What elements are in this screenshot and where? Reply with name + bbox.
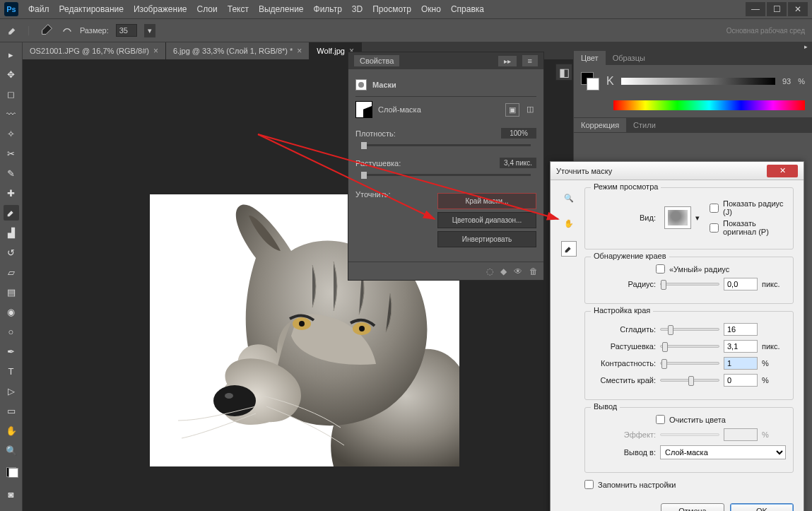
- k-slider[interactable]: [621, 78, 775, 85]
- shift-input[interactable]: [724, 374, 758, 387]
- feather-slider-d[interactable]: [660, 345, 719, 348]
- doc-tab-0[interactable]: OS21001.JPG @ 16,7% (RGB/8#)×: [23, 42, 166, 59]
- swatches-tab[interactable]: Образцы: [606, 51, 652, 65]
- radius-slider[interactable]: [660, 283, 719, 286]
- minimize-button[interactable]: —: [746, 2, 765, 16]
- wand-tool[interactable]: ✧: [4, 126, 19, 141]
- close-button[interactable]: ✕: [788, 2, 808, 16]
- size-dropdown-icon[interactable]: ▾: [144, 24, 155, 37]
- marquee-tool[interactable]: ◻: [4, 86, 19, 102]
- move-tool[interactable]: ✥: [4, 66, 19, 82]
- decontaminate-checkbox[interactable]: [656, 415, 665, 424]
- load-selection-icon[interactable]: ◌: [486, 266, 493, 276]
- close-icon[interactable]: ×: [153, 46, 158, 56]
- doc-tab-1[interactable]: 6.jpg @ 33,3% (Слой 1, RGB/8*) *×: [166, 42, 310, 59]
- panel-menu-icon[interactable]: ≡: [522, 55, 538, 66]
- density-value[interactable]: 100%: [501, 128, 536, 139]
- delete-mask-icon[interactable]: 🗑: [529, 266, 538, 276]
- dialog-close-button[interactable]: ✕: [767, 165, 798, 177]
- menu-text[interactable]: Текст: [228, 4, 249, 14]
- ok-button[interactable]: OK: [730, 503, 794, 511]
- feather-label: Растушевка:: [355, 159, 401, 168]
- hand-tool[interactable]: ✋: [4, 423, 19, 438]
- stamp-tool[interactable]: ▟: [4, 225, 19, 240]
- brush-icon[interactable]: [39, 22, 54, 39]
- radius-input[interactable]: [724, 278, 758, 290]
- contrast-input[interactable]: [724, 357, 758, 370]
- menu-window[interactable]: Окно: [421, 4, 441, 14]
- eyedropper-tool[interactable]: ✎: [4, 165, 19, 181]
- menu-view[interactable]: Просмотр: [372, 4, 411, 14]
- heal-tool[interactable]: ✚: [4, 185, 19, 201]
- show-original-checkbox[interactable]: [710, 223, 719, 233]
- zoom-tool[interactable]: 🔍: [4, 442, 19, 458]
- menu-3d[interactable]: 3D: [352, 4, 363, 14]
- mask-thumbnail[interactable]: [355, 101, 372, 118]
- eraser-tool[interactable]: ▱: [4, 264, 19, 280]
- brush-preset-icon[interactable]: [7, 23, 20, 37]
- mask-edge-button[interactable]: Край маски...: [437, 193, 536, 209]
- feather-slider[interactable]: [361, 174, 531, 176]
- vector-mask-icon[interactable]: ◫: [524, 103, 536, 117]
- view-mode-thumbnail[interactable]: [664, 206, 691, 229]
- contrast-slider[interactable]: [660, 362, 719, 365]
- size-input[interactable]: [116, 24, 137, 37]
- brush-tool[interactable]: [4, 205, 19, 221]
- styles-tab[interactable]: Стили: [626, 118, 663, 132]
- histogram-dock-icon[interactable]: ◧: [555, 64, 572, 81]
- maximize-button[interactable]: ☐: [767, 2, 787, 16]
- adjustments-tab[interactable]: Коррекция: [574, 118, 626, 132]
- gradient-tool[interactable]: ▤: [4, 284, 19, 300]
- history-brush-tool[interactable]: ↺: [4, 245, 19, 260]
- radius-label: Радиус:: [592, 280, 656, 288]
- menu-image[interactable]: Изображение: [134, 4, 187, 14]
- color-spectrum[interactable]: [613, 100, 805, 110]
- density-slider[interactable]: [361, 144, 531, 146]
- cancel-button[interactable]: Отмена: [661, 503, 724, 511]
- collapse-icon[interactable]: ▸: [804, 43, 808, 50]
- zoom-tool-icon[interactable]: 🔍: [561, 190, 577, 206]
- fg-bg-swatch[interactable]: [581, 72, 599, 90]
- invert-button[interactable]: Инвертировать: [437, 231, 536, 247]
- color-tab[interactable]: Цвет: [574, 51, 606, 65]
- quickmask-tool[interactable]: ◙: [4, 486, 19, 502]
- text-tool[interactable]: T: [4, 363, 19, 379]
- menu-help[interactable]: Справка: [451, 4, 484, 14]
- hand-tool-icon[interactable]: ✋: [561, 216, 577, 231]
- path-select-tool[interactable]: ▷: [4, 383, 19, 399]
- properties-tab[interactable]: Свойства: [354, 55, 399, 66]
- feather-value[interactable]: 3,4 пикс.: [500, 158, 536, 168]
- close-icon[interactable]: ×: [297, 46, 302, 56]
- refine-mask-dialog: Уточнить маску ✕ 🔍 ✋ Режим просмотра Вид…: [550, 161, 804, 511]
- output-select[interactable]: Слой-маска: [660, 445, 786, 459]
- menu-edit[interactable]: Редактирование: [59, 4, 124, 14]
- refine-brush-icon[interactable]: [561, 241, 577, 257]
- menu-layers[interactable]: Слои: [197, 4, 218, 14]
- menu-file[interactable]: Файл: [28, 4, 49, 14]
- shift-slider[interactable]: [660, 379, 719, 382]
- show-radius-checkbox[interactable]: [710, 204, 719, 213]
- smart-radius-checkbox[interactable]: [656, 264, 665, 274]
- blur-tool[interactable]: ◉: [4, 304, 19, 319]
- color-range-button[interactable]: Цветовой диапазон...: [437, 212, 536, 228]
- smooth-input[interactable]: [724, 323, 758, 336]
- smooth-slider[interactable]: [660, 328, 719, 331]
- color-swatches[interactable]: [3, 462, 20, 482]
- lasso-tool[interactable]: 〰: [4, 106, 19, 122]
- feather-input-d[interactable]: [724, 340, 758, 353]
- apply-mask-icon[interactable]: ◆: [500, 266, 507, 276]
- expand-icon[interactable]: ▸: [4, 47, 19, 62]
- toggle-mask-icon[interactable]: 👁: [514, 266, 522, 276]
- pen-tool[interactable]: ✒: [4, 343, 19, 359]
- shape-tool[interactable]: ▭: [4, 403, 19, 418]
- view-dropdown-icon[interactable]: ▾: [695, 213, 700, 223]
- airbrush-icon[interactable]: [61, 24, 73, 37]
- workspace-label[interactable]: Основная рабочая сред: [726, 27, 805, 35]
- panel-collapse-icon[interactable]: ▸▸: [498, 56, 517, 66]
- remember-checkbox[interactable]: [584, 480, 594, 489]
- crop-tool[interactable]: ✂: [4, 146, 19, 161]
- menu-select[interactable]: Выделение: [259, 4, 304, 14]
- pixel-mask-icon[interactable]: ▣: [505, 103, 519, 117]
- menu-filter[interactable]: Фильтр: [314, 4, 342, 14]
- dodge-tool[interactable]: ○: [4, 324, 19, 339]
